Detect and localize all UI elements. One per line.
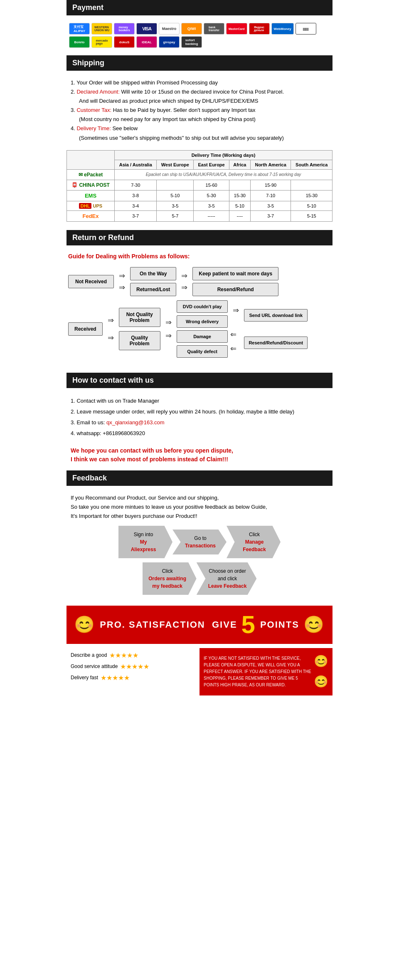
carrier-epacket: ✉ ePacket	[67, 169, 115, 180]
smiley-group: 😊 😊	[314, 652, 328, 691]
moneybookers-logo: moneybookers	[114, 23, 135, 35]
banner-number: 5	[241, 612, 256, 637]
received-box: Received	[68, 322, 103, 336]
mastercard-logo: MasterCard	[226, 23, 247, 35]
on-the-way-box: On the Way	[130, 267, 176, 280]
table-row-dhl: DHL UPS 3-4 3-5 3-5 5-10 3-5 5-10	[67, 201, 332, 210]
satisfaction-banner: 😊 PRO. SATISFACTION GIVE 5 POINTS 😊	[66, 606, 332, 644]
maestro-logo: Maestro	[159, 23, 180, 35]
shipping-table: Delivery Time (Working days) Asia / Aust…	[66, 150, 332, 222]
shipping-item-2: 2. Declared Amount: Will write 10 or 15u…	[71, 87, 328, 97]
contact-item-2: 2. Leave message under order, will reply…	[71, 406, 328, 417]
arrow-icon-1: ⇒	[119, 271, 125, 280]
feedback-steps-row2: ClickOrders awaitingmy feedback Choose o…	[66, 562, 332, 601]
contact-bold-text: We hope you can contact with us before y…	[66, 442, 332, 466]
contact-email: qx_qianxiang@163.com	[106, 419, 165, 426]
feedback-steps-row1: Sign intoMyAliexpress Go toTransactions …	[66, 526, 332, 562]
carrier-dhl: DHL UPS	[67, 201, 115, 210]
payment-header: Payment	[66, 0, 332, 15]
rating-label-3: Delivery fast	[71, 675, 98, 681]
shipping-item-3b: (Most country no need pay for any Import…	[71, 115, 328, 124]
flowchart: Not Received ⇒ ⇒ On the Way Returned/Los…	[66, 265, 332, 360]
step-choose-leave-feedback: Choose on orderand clickLeave Feedback	[197, 562, 257, 595]
arrow-icon-6: ⇒	[108, 333, 114, 342]
visa-logo: VISA	[136, 23, 157, 35]
step-click-orders-awaiting: ClickOrders awaitingmy feedback	[143, 562, 197, 595]
contact-title: How to contact with us	[72, 376, 154, 384]
sofort-logo: sofortbanking	[181, 36, 202, 48]
arrow-icon-11: ⇐	[230, 344, 241, 353]
resend-refund-box: Resend/Refund	[192, 283, 278, 296]
contact-list: 1. Contact with us on Trade Manager 2. L…	[66, 392, 332, 442]
smiley-left-icon: 😊	[74, 615, 96, 634]
rating-row-3: Delivery fast ★★★★★	[71, 674, 195, 682]
western-union-logo: WESTERNUNION WU	[91, 23, 112, 35]
nr-arrow-group2: ⇒ ⇒	[179, 271, 190, 292]
feedback-title: Feedback	[72, 474, 107, 482]
smiley-icon-1: 😊	[314, 652, 328, 671]
arrow-icon-9: ⇒	[233, 306, 239, 315]
col-africa: Africa	[229, 160, 250, 169]
recv-options: DVD couldn't play Wrong delivery Damage …	[177, 300, 228, 358]
contact-item-3: 3. Email to us: qx_qianxiang@163.com	[71, 417, 328, 428]
shipping-title: Shipping	[72, 59, 104, 67]
table-row-chinapost: 📮 CHINA POST 7-30 15-60 15-90	[67, 180, 332, 190]
rating-row-2: Good service attitude ★★★★★	[71, 663, 195, 671]
col-east-europe: East Europe	[194, 160, 229, 169]
keep-patient-box: Keep patient to wait more days	[192, 267, 278, 280]
yandex-logo: Яндексденьги	[249, 23, 270, 35]
contact-header: How to contact with us	[66, 373, 332, 388]
received-flow: Received ⇒ ⇒ Not QualityProblem QualityP…	[68, 300, 331, 358]
resend-refund-discount-box: Resend/Refund/Discount	[244, 337, 308, 349]
step-click-manage-feedback: ClickManageFeedback	[227, 526, 281, 558]
not-received-flow: Not Received ⇒ ⇒ On the Way Returned/Los…	[68, 267, 331, 296]
carrier-chinapost: 📮 CHINA POST	[67, 180, 115, 190]
guide-title: Guide for Dealing with Problems as follo…	[66, 250, 332, 265]
shipping-item-3: 3. Customer Tax: Has to be Paid by buyer…	[71, 106, 328, 115]
contact-item-1: 1. Contact with us on Trade Manager	[71, 396, 328, 406]
recv-problem-boxes: Not QualityProblem QualityProblem	[119, 308, 160, 350]
shipping-list: 1. Your Order will be shipped within Pro…	[66, 75, 332, 146]
quality-problem-box: QualityProblem	[119, 331, 160, 350]
shipping-item-1: 1. Your Order will be shipped within Pro…	[71, 78, 328, 87]
stars-3: ★★★★★	[101, 674, 130, 682]
step-sign-in: Sign intoMyAliexpress	[118, 526, 172, 558]
banner-text1: PRO. SATISFACTION GIVE	[100, 619, 237, 630]
shipping-item-2b: And will Declared as product price which…	[71, 97, 328, 106]
shipping-header: Shipping	[66, 55, 332, 71]
rating-label-1: Describe a good	[71, 652, 107, 658]
stars-1: ★★★★★	[109, 651, 138, 659]
col-south-america: South America	[291, 160, 332, 169]
ratings-right-text: IF YOU ARE NOT SATISFIED WITH THE SERVIC…	[204, 655, 311, 688]
stars-2: ★★★★★	[120, 663, 149, 671]
col-west-europe: West Europe	[157, 160, 194, 169]
qiwi-logo: QIWI	[181, 23, 202, 35]
nr-arrow-group: ⇒ ⇒	[116, 271, 128, 292]
webmoney-logo: WebMoney	[271, 23, 294, 35]
shipping-item-4b: (Sometimes use "seller's shipping method…	[71, 134, 328, 143]
doku-logo: dokuS	[114, 36, 135, 48]
return-section: Return or Refund Guide for Dealing with …	[66, 230, 332, 364]
alipay-logo: 支付宝ALIPAY	[69, 23, 90, 35]
smiley-icon-2: 😊	[314, 673, 328, 691]
barcode-logo: |||||||	[296, 23, 316, 35]
arrow-icon-10: ⇐	[230, 330, 241, 339]
payment-title: Payment	[72, 3, 103, 12]
shipping-section: Shipping 1. Your Order will be shipped w…	[66, 55, 332, 230]
boleto-logo: Boleto	[69, 36, 90, 48]
col-asia: Asia / Australia	[115, 160, 157, 169]
smiley-right-icon: 😊	[303, 615, 325, 634]
bank-transfer-logo: banktransfer	[204, 23, 224, 35]
nr-result-boxes: Keep patient to wait more days Resend/Re…	[192, 267, 278, 296]
table-row-fedex: FedEx 3-7 5-7 ----- ---- 3-7 5-15	[67, 210, 332, 221]
wrong-delivery-box: Wrong delivery	[177, 315, 228, 328]
return-header: Return or Refund	[66, 230, 332, 245]
arrow-icon-3: ⇒	[181, 271, 187, 280]
feedback-section: Feedback If you Recommand our Product, o…	[66, 470, 332, 695]
payment-section: Payment 支付宝ALIPAY WESTERNUNION WU moneyb…	[66, 0, 332, 55]
nr-middle-boxes: On the Way Returned/Lost	[130, 267, 176, 296]
col-north-america: North America	[250, 160, 291, 169]
arrow-icon-8: ⇒	[165, 331, 172, 340]
ratings-right: IF YOU ARE NOT SATISFIED WITH THE SERVIC…	[200, 648, 332, 695]
not-quality-problem-box: Not QualityProblem	[119, 308, 160, 327]
